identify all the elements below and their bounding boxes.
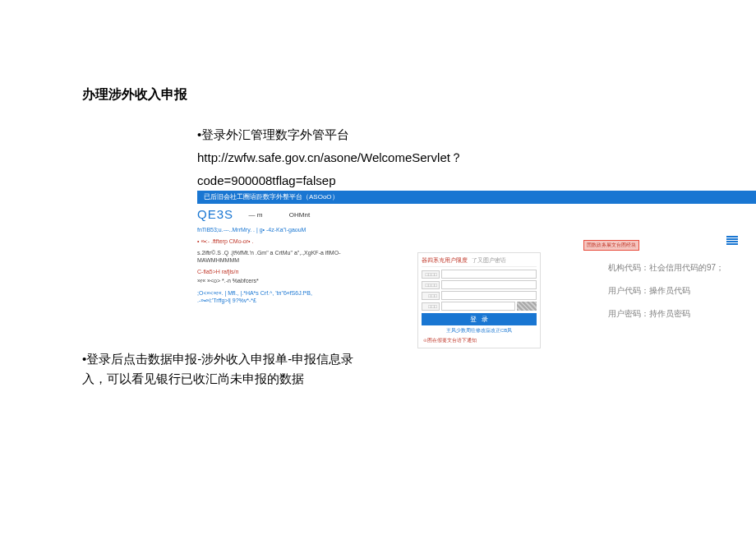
welcome-block: QE3S — m OHMnt fnTiB53;u.---..MrrMry. . … [197, 207, 341, 304]
qe3s-tail1: — m [248, 211, 262, 219]
step1-url-line2: http://zwfw.safe.gov.cn/asone/WelcomeSer… [197, 148, 463, 168]
svg-rect-0 [726, 236, 738, 238]
tiny-blue-line2: ;O<«<»r«. | Mfl., |.*HA*s Crf.^, 'tn"6«f… [197, 289, 341, 304]
tiny-red-line2: C-fia5>H rafjls/n [197, 268, 341, 275]
tiny-black-line1: s.2iftr©.S .Q .|t%fMt.'n .Gm" a CrtMu" a… [197, 249, 341, 264]
svg-rect-1 [726, 238, 738, 240]
red-badge: 国数政务展文台图经块 [583, 240, 639, 251]
step2-text: •登录后点击数据申报-涉外收入申报单-申报信息录入，可以看见银行已收汇尚未申报的… [82, 349, 370, 389]
login-header-gray: 了又图户密语 [472, 257, 506, 263]
calendar-icon [726, 235, 738, 248]
step1-url-line3: code=900008tflag=falsep [197, 171, 335, 191]
user-code-input[interactable] [441, 280, 537, 289]
annotation-user-code: 用户代码：操作员代码 [608, 285, 690, 297]
login-header: 器四系克用户限度 了又图户密语 [422, 256, 537, 267]
svg-rect-3 [726, 243, 738, 245]
login-notice: ⊙图在假要文台语下通知 [422, 337, 537, 344]
annotation-password: 用户密码：持作员密码 [608, 308, 690, 320]
login-label-captcha: □□□ [422, 302, 440, 311]
qe3s-logo: QE3S [197, 207, 233, 221]
login-footer-link[interactable]: 王风少数周往修改应改正CB风 [422, 327, 537, 334]
screenshot-content: QE3S — m OHMnt fnTiB53;u.---..MrrMry. . … [197, 207, 740, 345]
login-panel: 器四系克用户限度 了又图户密语 □□□□ □□□□ □□□ □□□ 登录 王风少… [417, 252, 541, 348]
qe3s-tail2: OHMnt [289, 211, 310, 219]
tiny-black-line3: »r« »<o> *.-n %abfcers* [197, 277, 341, 284]
app-title-bar: 已后旧会社工圈语距数字外整平台（ASOoO） [197, 191, 756, 204]
tiny-red-line: • «•:- .ftfterp CMo-or• . [197, 238, 341, 245]
captcha-image[interactable] [517, 302, 537, 311]
login-button[interactable]: 登录 [422, 313, 537, 325]
tiny-blue-line: fnTiB53;u.---..MrrMry. . | g• -4z-Ka"i-g… [197, 226, 341, 233]
captcha-input[interactable] [441, 302, 515, 311]
svg-rect-2 [726, 241, 738, 242]
step1-line1: •登录外汇管理数字外管平台 [197, 125, 349, 145]
login-label-user: □□□□ [422, 281, 440, 289]
login-row-pass: □□□ [422, 291, 537, 300]
login-label-pass: □□□ [422, 292, 440, 300]
login-row-captcha: □□□ [422, 302, 537, 311]
page-title: 办理涉外收入申报 [82, 86, 187, 104]
annotation-org-code: 机构代码：社会信用代码的97； [608, 262, 724, 274]
login-row-org: □□□□ [422, 270, 537, 279]
login-label-org: □□□□ [422, 270, 440, 279]
login-row-user: □□□□ [422, 280, 537, 289]
login-header-red: 器四系克用户限度 [422, 257, 468, 263]
password-input[interactable] [441, 291, 537, 300]
org-code-input[interactable] [441, 270, 537, 279]
